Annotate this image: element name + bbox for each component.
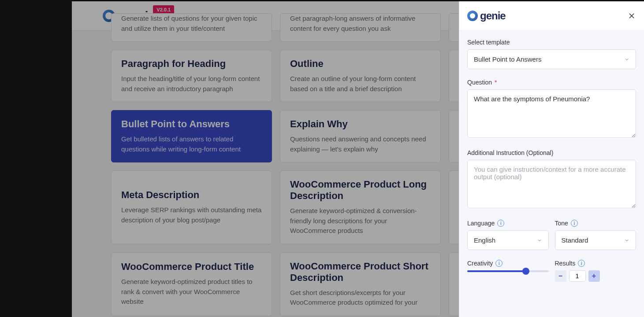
results-label: Results i [555, 260, 637, 267]
template-select[interactable]: Bullet Point to Answers [467, 49, 636, 69]
required-indicator: * [495, 79, 497, 86]
panel-brand-name: genie [480, 10, 506, 22]
results-stepper: − + [555, 270, 637, 282]
tone-select[interactable]: Standard [555, 230, 637, 250]
info-icon[interactable]: i [571, 220, 578, 227]
close-icon[interactable] [627, 11, 636, 20]
language-label: Language i [467, 220, 549, 227]
template-select-value: Bullet Point to Answers [474, 55, 541, 63]
info-icon[interactable]: i [495, 260, 503, 267]
creativity-slider[interactable] [467, 270, 549, 272]
tone-value: Standard [562, 236, 588, 244]
chevron-down-icon [537, 238, 542, 243]
chevron-down-icon [624, 57, 629, 62]
question-label: Question * [467, 79, 636, 86]
chevron-down-icon [624, 238, 629, 243]
decrement-button[interactable]: − [555, 270, 566, 282]
creativity-label: Creativity i [467, 260, 549, 267]
question-input[interactable] [467, 89, 636, 138]
language-select[interactable]: English [467, 230, 549, 250]
increment-button[interactable]: + [588, 270, 600, 282]
results-input[interactable] [569, 270, 586, 282]
tone-label: Tone i [555, 220, 637, 227]
side-panel: genie Select template Bullet Point to An… [459, 1, 644, 317]
additional-instruction-input[interactable] [467, 160, 636, 208]
select-template-label: Select template [467, 39, 636, 46]
panel-brand-logo: genie [467, 10, 506, 22]
genie-icon [467, 11, 478, 21]
slider-thumb[interactable] [522, 268, 529, 275]
info-icon[interactable]: i [578, 260, 585, 267]
language-value: English [474, 236, 495, 244]
additional-instruction-label: Additional Instruction (Optional) [467, 149, 636, 156]
info-icon[interactable]: i [497, 220, 504, 227]
